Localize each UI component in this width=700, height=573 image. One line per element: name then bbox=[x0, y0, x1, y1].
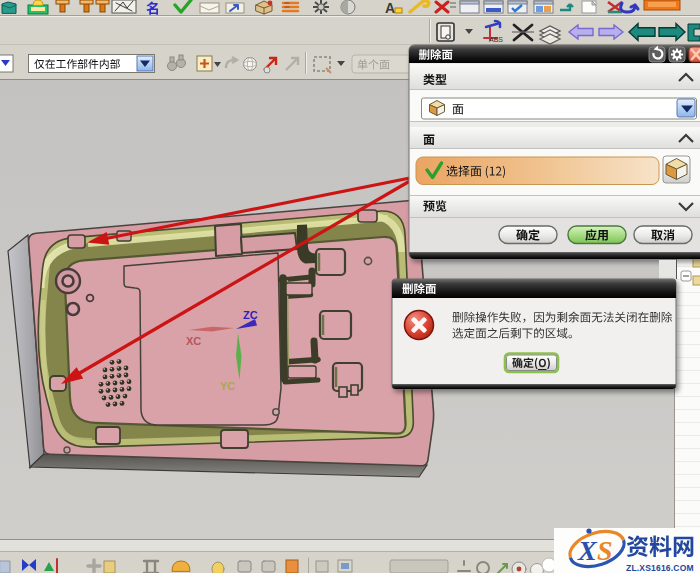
svg-text:ZC: ZC bbox=[243, 309, 258, 321]
svg-text:ZL.XS1616.COM: ZL.XS1616.COM bbox=[626, 563, 694, 573]
svg-text:ABS: ABS bbox=[489, 36, 503, 43]
svg-text:S: S bbox=[597, 535, 613, 566]
svg-text:XC: XC bbox=[186, 335, 201, 347]
svg-text:YC: YC bbox=[220, 380, 235, 392]
svg-text:X: X bbox=[577, 535, 598, 566]
svg-text:A: A bbox=[385, 0, 395, 16]
